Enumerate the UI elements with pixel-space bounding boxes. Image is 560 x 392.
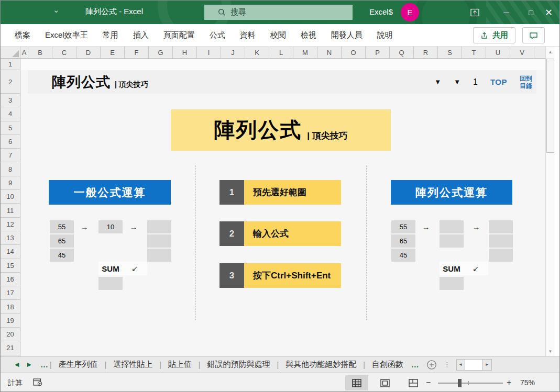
- ribbon-tab[interactable]: 校閱: [263, 24, 293, 46]
- scroll-left-button[interactable]: ◄: [456, 359, 465, 371]
- empty-cell[interactable]: [489, 249, 513, 262]
- ribbon-tab[interactable]: Excel效率王: [38, 24, 95, 46]
- column-header[interactable]: N: [317, 47, 342, 58]
- search-box[interactable]: 搜尋: [204, 5, 353, 20]
- vertical-scrollbar[interactable]: ▲ ▼: [545, 47, 555, 356]
- horizontal-scrollbar-thumb[interactable]: [465, 359, 483, 371]
- value-cell[interactable]: 55: [391, 220, 415, 233]
- zoom-slider[interactable]: [438, 383, 503, 384]
- empty-cell[interactable]: [489, 220, 513, 233]
- zoom-level[interactable]: 75%: [520, 378, 535, 387]
- sheet-tab[interactable]: 選擇性貼上: [105, 357, 160, 372]
- row-header[interactable]: 6: [1, 135, 20, 149]
- row-header[interactable]: 14: [1, 245, 20, 259]
- nav-triangle-icon[interactable]: ▼: [454, 78, 460, 86]
- scroll-right-button[interactable]: ►: [483, 359, 492, 371]
- top-link[interactable]: TOP: [490, 77, 507, 86]
- macro-record-button[interactable]: [33, 378, 43, 389]
- row-header[interactable]: 1: [1, 59, 20, 70]
- row-header[interactable]: 13: [1, 231, 20, 245]
- ribbon-tab[interactable]: 檔案: [7, 24, 38, 46]
- ribbon-tab[interactable]: 資料: [233, 24, 263, 46]
- column-header[interactable]: E: [101, 47, 125, 58]
- column-header[interactable]: H: [173, 47, 197, 58]
- column-header[interactable]: F: [125, 47, 149, 58]
- column-header[interactable]: C: [52, 47, 76, 58]
- sheet-tab-prev-button[interactable]: ◀: [15, 361, 19, 368]
- empty-cell[interactable]: [147, 220, 171, 233]
- column-header[interactable]: K: [245, 47, 269, 58]
- empty-cell[interactable]: [147, 234, 171, 248]
- comments-button[interactable]: [522, 27, 545, 43]
- scroll-down-button[interactable]: ▼: [546, 346, 555, 356]
- empty-cell[interactable]: [98, 277, 123, 290]
- row-header[interactable]: 18: [1, 300, 20, 313]
- empty-cell[interactable]: [440, 220, 464, 233]
- tabbar-overflow-dots-icon[interactable]: ⋮: [444, 361, 451, 368]
- column-header[interactable]: B: [28, 47, 52, 58]
- empty-cell[interactable]: [147, 249, 171, 262]
- row-header[interactable]: 19: [1, 314, 20, 328]
- minimize-button[interactable]: ─: [495, 1, 518, 24]
- sheet-tab-next-button[interactable]: ▶: [27, 361, 31, 368]
- sheet-tab[interactable]: 錯誤的預防與處理: [199, 357, 277, 372]
- value-cell[interactable]: 10: [98, 220, 123, 233]
- sheet-tab[interactable]: 自創函數: [363, 357, 410, 372]
- column-header[interactable]: I: [197, 47, 221, 58]
- value-cell[interactable]: 45: [50, 249, 74, 262]
- sheet-canvas[interactable]: 陣列公式 | 頂尖技巧 ▼ ▼ 1 TOP 回到目錄 陣列公式 | 頂尖技巧 一…: [20, 59, 545, 356]
- column-header[interactable]: P: [366, 47, 390, 58]
- scroll-up-button[interactable]: ▲: [546, 47, 555, 57]
- page-break-view-button[interactable]: [402, 375, 425, 390]
- zoom-in-button[interactable]: +: [507, 378, 511, 387]
- column-header[interactable]: D: [76, 47, 101, 58]
- column-header[interactable]: R: [414, 47, 438, 58]
- ribbon-display-options-button[interactable]: [463, 1, 487, 24]
- close-button[interactable]: ✕: [537, 1, 559, 24]
- column-header[interactable]: G: [149, 47, 173, 58]
- nav-triangle-icon[interactable]: ▼: [434, 78, 441, 86]
- horizontal-scrollbar[interactable]: ◄ ►: [456, 359, 492, 371]
- row-header[interactable]: 2: [1, 70, 20, 94]
- empty-cell[interactable]: [440, 234, 464, 248]
- sheet-tab[interactable]: 產生序列值: [50, 357, 105, 372]
- column-header[interactable]: A: [20, 47, 28, 58]
- column-header[interactable]: Q: [390, 47, 414, 58]
- page-layout-view-button[interactable]: [374, 375, 397, 390]
- quick-access-toolbar-chevron-icon[interactable]: ⌄: [53, 5, 60, 15]
- row-header[interactable]: 3: [1, 94, 20, 107]
- sheet-tabs-more-right[interactable]: …: [411, 360, 420, 369]
- row-header[interactable]: 16: [1, 273, 20, 286]
- row-header[interactable]: 12: [1, 218, 20, 231]
- column-header[interactable]: T: [462, 47, 486, 58]
- account-name[interactable]: Excel$: [369, 7, 393, 16]
- empty-cell[interactable]: [489, 234, 513, 248]
- avatar[interactable]: E: [401, 3, 419, 21]
- select-all-corner[interactable]: [1, 47, 20, 58]
- row-header[interactable]: 10: [1, 190, 20, 204]
- row-header[interactable]: 11: [1, 204, 20, 217]
- sheet-tabs-more-left[interactable]: …: [40, 360, 49, 369]
- add-sheet-button[interactable]: [426, 360, 437, 370]
- row-header[interactable]: 8: [1, 162, 20, 176]
- row-header[interactable]: 21: [1, 341, 20, 355]
- ribbon-tab[interactable]: 頁面配置: [156, 24, 202, 46]
- row-header[interactable]: 4: [1, 107, 20, 121]
- column-header[interactable]: O: [342, 47, 366, 58]
- column-header[interactable]: M: [293, 47, 317, 58]
- value-cell[interactable]: 45: [391, 249, 415, 262]
- value-cell[interactable]: 65: [391, 234, 415, 248]
- column-header[interactable]: V: [510, 47, 534, 58]
- ribbon-tab[interactable]: 公式: [202, 24, 233, 46]
- ribbon-tab[interactable]: 開發人員: [324, 24, 370, 46]
- row-header[interactable]: 20: [1, 328, 20, 341]
- ribbon-tab[interactable]: 檢視: [293, 24, 324, 46]
- ribbon-tab[interactable]: 插入: [126, 24, 156, 46]
- row-header[interactable]: 5: [1, 121, 20, 135]
- sheet-tab[interactable]: 與其他功能絕妙搭配: [277, 357, 364, 372]
- zoom-slider-thumb[interactable]: [458, 379, 462, 387]
- ribbon-tab[interactable]: 說明: [370, 24, 400, 46]
- vertical-scrollbar-thumb[interactable]: [546, 59, 554, 153]
- column-header[interactable]: J: [221, 47, 245, 58]
- column-header[interactable]: S: [438, 47, 462, 58]
